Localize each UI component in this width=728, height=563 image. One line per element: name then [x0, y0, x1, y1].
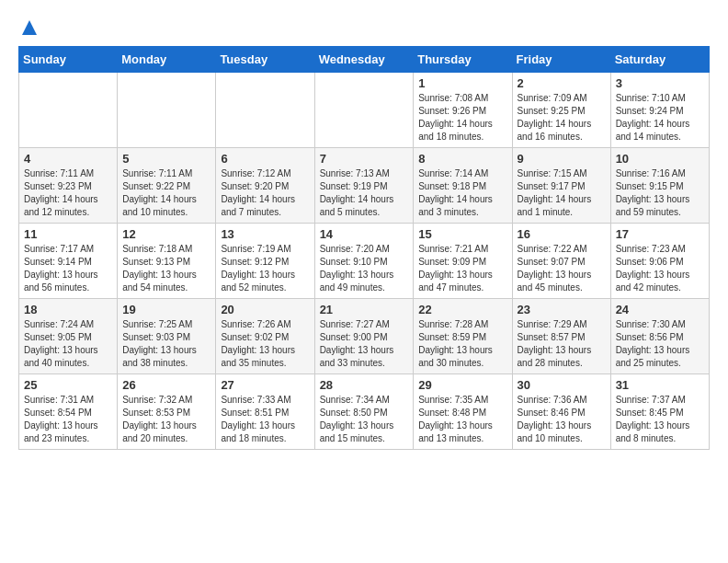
day-number: 19 [122, 303, 210, 316]
calendar-cell: 1Sunrise: 7:08 AM Sunset: 9:26 PM Daylig… [414, 73, 512, 148]
calendar-week-row: 11Sunrise: 7:17 AM Sunset: 9:14 PM Dayli… [19, 224, 710, 299]
day-info: Sunrise: 7:11 AM Sunset: 9:22 PM Dayligh… [122, 167, 210, 219]
weekday-header: Thursday [414, 47, 512, 73]
day-info: Sunrise: 7:37 AM Sunset: 8:45 PM Dayligh… [616, 394, 704, 445]
calendar-table: SundayMondayTuesdayWednesdayThursdayFrid… [18, 46, 710, 450]
page-header [18, 18, 710, 37]
weekday-header: Friday [512, 47, 610, 73]
weekday-header: Wednesday [314, 47, 414, 73]
day-info: Sunrise: 7:17 AM Sunset: 9:14 PM Dayligh… [24, 243, 112, 294]
calendar-cell: 16Sunrise: 7:22 AM Sunset: 9:07 PM Dayli… [512, 224, 610, 299]
day-number: 24 [616, 303, 704, 316]
day-number: 28 [320, 378, 409, 392]
day-info: Sunrise: 7:08 AM Sunset: 9:26 PM Dayligh… [418, 92, 506, 144]
calendar-cell [19, 73, 118, 148]
day-info: Sunrise: 7:09 AM Sunset: 9:25 PM Dayligh… [518, 92, 606, 144]
calendar-cell: 3Sunrise: 7:10 AM Sunset: 9:24 PM Daylig… [610, 73, 709, 148]
day-info: Sunrise: 7:18 AM Sunset: 9:13 PM Dayligh… [122, 243, 210, 294]
day-number: 3 [616, 76, 704, 90]
day-number: 6 [221, 152, 309, 166]
calendar-cell [216, 73, 314, 148]
day-info: Sunrise: 7:23 AM Sunset: 9:06 PM Dayligh… [616, 243, 704, 294]
day-info: Sunrise: 7:25 AM Sunset: 9:03 PM Dayligh… [122, 318, 210, 370]
calendar-cell: 5Sunrise: 7:11 AM Sunset: 9:22 PM Daylig… [118, 148, 216, 224]
calendar-cell: 19Sunrise: 7:25 AM Sunset: 9:03 PM Dayli… [118, 299, 216, 374]
day-number: 16 [518, 227, 606, 241]
day-number: 12 [122, 227, 210, 241]
calendar-cell: 21Sunrise: 7:27 AM Sunset: 9:00 PM Dayli… [314, 299, 414, 374]
calendar-cell: 14Sunrise: 7:20 AM Sunset: 9:10 PM Dayli… [314, 224, 414, 299]
day-info: Sunrise: 7:12 AM Sunset: 9:20 PM Dayligh… [221, 167, 309, 219]
day-info: Sunrise: 7:16 AM Sunset: 9:15 PM Dayligh… [616, 167, 704, 219]
day-info: Sunrise: 7:30 AM Sunset: 8:56 PM Dayligh… [616, 318, 704, 370]
day-number: 2 [518, 76, 606, 90]
calendar-cell: 29Sunrise: 7:35 AM Sunset: 8:48 PM Dayli… [414, 374, 512, 450]
calendar-cell [118, 73, 216, 148]
calendar-cell: 20Sunrise: 7:26 AM Sunset: 9:02 PM Dayli… [216, 299, 314, 374]
day-number: 4 [24, 152, 112, 166]
day-number: 10 [616, 152, 704, 166]
day-info: Sunrise: 7:34 AM Sunset: 8:50 PM Dayligh… [320, 394, 409, 445]
calendar-cell: 26Sunrise: 7:32 AM Sunset: 8:53 PM Dayli… [118, 374, 216, 450]
day-number: 22 [418, 303, 506, 316]
day-info: Sunrise: 7:28 AM Sunset: 8:59 PM Dayligh… [418, 318, 506, 370]
day-number: 21 [320, 303, 409, 316]
day-number: 5 [122, 152, 210, 166]
calendar-cell: 18Sunrise: 7:24 AM Sunset: 9:05 PM Dayli… [19, 299, 118, 374]
calendar-cell: 6Sunrise: 7:12 AM Sunset: 9:20 PM Daylig… [216, 148, 314, 224]
day-number: 9 [518, 152, 606, 166]
day-number: 27 [221, 378, 309, 392]
day-info: Sunrise: 7:31 AM Sunset: 8:54 PM Dayligh… [24, 394, 112, 445]
calendar-cell [314, 73, 414, 148]
day-number: 17 [616, 227, 704, 241]
calendar-cell: 12Sunrise: 7:18 AM Sunset: 9:13 PM Dayli… [118, 224, 216, 299]
day-info: Sunrise: 7:20 AM Sunset: 9:10 PM Dayligh… [320, 243, 409, 294]
day-number: 15 [418, 227, 506, 241]
day-info: Sunrise: 7:26 AM Sunset: 9:02 PM Dayligh… [221, 318, 309, 370]
calendar-cell: 9Sunrise: 7:15 AM Sunset: 9:17 PM Daylig… [512, 148, 610, 224]
calendar-cell: 2Sunrise: 7:09 AM Sunset: 9:25 PM Daylig… [512, 73, 610, 148]
calendar-cell: 25Sunrise: 7:31 AM Sunset: 8:54 PM Dayli… [19, 374, 118, 450]
logo [18, 18, 39, 37]
calendar-cell: 28Sunrise: 7:34 AM Sunset: 8:50 PM Dayli… [314, 374, 414, 450]
weekday-header-row: SundayMondayTuesdayWednesdayThursdayFrid… [19, 47, 710, 73]
calendar-cell: 8Sunrise: 7:14 AM Sunset: 9:18 PM Daylig… [414, 148, 512, 224]
day-info: Sunrise: 7:21 AM Sunset: 9:09 PM Dayligh… [418, 243, 506, 294]
calendar-week-row: 4Sunrise: 7:11 AM Sunset: 9:23 PM Daylig… [19, 148, 710, 224]
calendar-week-row: 25Sunrise: 7:31 AM Sunset: 8:54 PM Dayli… [19, 374, 710, 450]
day-info: Sunrise: 7:19 AM Sunset: 9:12 PM Dayligh… [221, 243, 309, 294]
day-number: 20 [221, 303, 309, 316]
day-info: Sunrise: 7:14 AM Sunset: 9:18 PM Dayligh… [418, 167, 506, 219]
day-info: Sunrise: 7:15 AM Sunset: 9:17 PM Dayligh… [518, 167, 606, 219]
weekday-header: Monday [118, 47, 216, 73]
calendar-cell: 17Sunrise: 7:23 AM Sunset: 9:06 PM Dayli… [610, 224, 709, 299]
calendar-cell: 23Sunrise: 7:29 AM Sunset: 8:57 PM Dayli… [512, 299, 610, 374]
day-info: Sunrise: 7:36 AM Sunset: 8:46 PM Dayligh… [518, 394, 606, 445]
day-info: Sunrise: 7:11 AM Sunset: 9:23 PM Dayligh… [24, 167, 112, 219]
weekday-header: Sunday [19, 47, 118, 73]
day-info: Sunrise: 7:32 AM Sunset: 8:53 PM Dayligh… [122, 394, 210, 445]
calendar-cell: 11Sunrise: 7:17 AM Sunset: 9:14 PM Dayli… [19, 224, 118, 299]
day-info: Sunrise: 7:33 AM Sunset: 8:51 PM Dayligh… [221, 394, 309, 445]
calendar-week-row: 1Sunrise: 7:08 AM Sunset: 9:26 PM Daylig… [19, 73, 710, 148]
calendar-cell: 31Sunrise: 7:37 AM Sunset: 8:45 PM Dayli… [610, 374, 709, 450]
day-number: 29 [418, 378, 506, 392]
svg-marker-0 [22, 20, 37, 35]
day-info: Sunrise: 7:10 AM Sunset: 9:24 PM Dayligh… [616, 92, 704, 144]
calendar-cell: 10Sunrise: 7:16 AM Sunset: 9:15 PM Dayli… [610, 148, 709, 224]
day-number: 14 [320, 227, 409, 241]
day-number: 30 [518, 378, 606, 392]
calendar-cell: 15Sunrise: 7:21 AM Sunset: 9:09 PM Dayli… [414, 224, 512, 299]
day-number: 25 [24, 378, 112, 392]
day-number: 18 [24, 303, 112, 316]
calendar-cell: 30Sunrise: 7:36 AM Sunset: 8:46 PM Dayli… [512, 374, 610, 450]
day-info: Sunrise: 7:29 AM Sunset: 8:57 PM Dayligh… [518, 318, 606, 370]
day-number: 11 [24, 227, 112, 241]
calendar-cell: 4Sunrise: 7:11 AM Sunset: 9:23 PM Daylig… [19, 148, 118, 224]
calendar-cell: 22Sunrise: 7:28 AM Sunset: 8:59 PM Dayli… [414, 299, 512, 374]
logo-icon [20, 18, 39, 37]
calendar-cell: 13Sunrise: 7:19 AM Sunset: 9:12 PM Dayli… [216, 224, 314, 299]
calendar-cell: 27Sunrise: 7:33 AM Sunset: 8:51 PM Dayli… [216, 374, 314, 450]
day-info: Sunrise: 7:35 AM Sunset: 8:48 PM Dayligh… [418, 394, 506, 445]
day-number: 31 [616, 378, 704, 392]
